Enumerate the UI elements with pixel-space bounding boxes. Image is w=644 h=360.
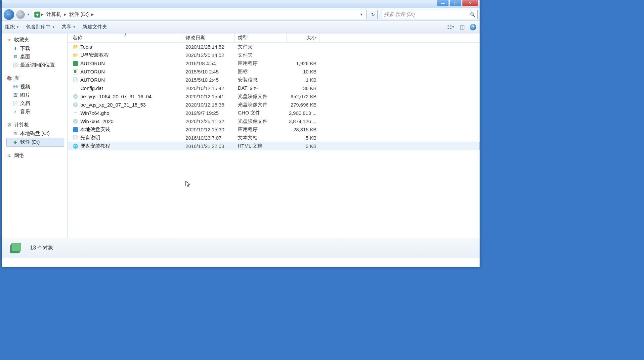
file-size-cell: 1 KB bbox=[287, 77, 320, 83]
drive-c-label: 本地磁盘 (C:) bbox=[20, 130, 50, 137]
dat-icon: ▭ bbox=[72, 85, 78, 91]
file-size-cell: 1,926 KB bbox=[287, 61, 320, 66]
sidebar-drive-d[interactable]: ◆软件 (D:) bbox=[6, 138, 64, 147]
file-date-cell: 2016/11/21 22:03 bbox=[182, 143, 235, 149]
file-row[interactable]: 🌐硬盘安装教程2016/11/21 22:03HTML 文档3 KB bbox=[68, 142, 480, 150]
column-header-type[interactable]: 类型 bbox=[235, 33, 287, 42]
file-name-cell: ▭Win7x64.gho bbox=[69, 110, 182, 116]
sidebar-libraries-group: 📚库 🎞视频 🖼图片 📄文档 ♪音乐 bbox=[2, 74, 67, 120]
minimize-button[interactable]: — bbox=[437, 0, 449, 6]
sidebar-drive-c[interactable]: ⛃本地磁盘 (C:) bbox=[6, 129, 64, 138]
file-name-label: pe_yqs_xp_20_07_31_15_53 bbox=[80, 102, 146, 108]
file-row[interactable]: 📁Tools2020/12/25 14:52文件夹 bbox=[68, 43, 480, 51]
network-icon: 🖧 bbox=[6, 153, 12, 158]
file-date-cell: 2016/1/8 4:54 bbox=[182, 61, 235, 66]
file-row[interactable]: AUTORUN2016/1/8 4:54应用程序1,926 KB bbox=[68, 59, 480, 68]
sidebar-computer[interactable]: 🖳计算机 bbox=[6, 120, 64, 129]
sidebar-favorites[interactable]: ★收藏夹 bbox=[6, 35, 64, 44]
downloads-label: 下载 bbox=[20, 45, 30, 52]
music-icon: ♪ bbox=[12, 109, 18, 114]
file-type-cell: 文本文档 bbox=[235, 135, 287, 141]
forward-button[interactable]: → bbox=[16, 10, 25, 19]
organize-menu[interactable]: 组织▼ bbox=[5, 24, 19, 30]
address-dropdown[interactable]: ▼ bbox=[358, 13, 365, 16]
file-date-cell: 2020/12/25 14:52 bbox=[182, 44, 235, 50]
file-row[interactable]: 📁U盘安装教程2020/12/25 14:52文件夹 bbox=[68, 51, 480, 59]
file-row[interactable]: 📄光盘说明2016/10/23 7:07文本文档5 KB bbox=[68, 134, 480, 142]
sidebar-desktop[interactable]: 🖥桌面 bbox=[6, 53, 64, 61]
file-size-cell: 3,874,126 ... bbox=[287, 118, 320, 124]
file-row[interactable]: ▭Config.dat2020/10/12 15:42DAT 文件36 KB bbox=[68, 84, 480, 92]
search-input[interactable]: 搜索 软件 (D:) 🔍 bbox=[382, 10, 478, 19]
file-row[interactable]: 本地硬盘安装2020/10/12 15:30应用程序28,315 KB bbox=[68, 125, 480, 134]
desktop-icon: 🖥 bbox=[12, 54, 18, 60]
chevron-down-icon: ▼ bbox=[16, 25, 19, 29]
include-library-menu[interactable]: 包含到库中▼ bbox=[26, 24, 55, 30]
sidebar-music[interactable]: ♪音乐 bbox=[6, 108, 64, 116]
chevron-down-icon: ▼ bbox=[73, 25, 76, 29]
file-name-label: Config.dat bbox=[80, 85, 103, 91]
view-mode-button[interactable]: ☷ ▼ bbox=[447, 24, 454, 30]
column-header-size[interactable]: 大小 bbox=[287, 33, 320, 42]
file-row[interactable]: 📄AUTORUN2015/5/10 2:45安装信息1 KB bbox=[68, 76, 480, 84]
breadcrumb-arrow[interactable]: ▶ bbox=[63, 13, 67, 16]
nav-history-dropdown[interactable]: ▼ bbox=[27, 13, 31, 16]
file-row[interactable]: AUTORUN2015/5/10 2:45图标10 KB bbox=[68, 68, 480, 76]
file-type-cell: GHO 文件 bbox=[235, 110, 287, 116]
column-header-name[interactable]: 名称▲ bbox=[69, 33, 182, 42]
txt-icon: 📄 bbox=[72, 135, 78, 141]
file-date-cell: 2020/12/25 11:32 bbox=[182, 118, 235, 124]
sidebar-documents[interactable]: 📄文档 bbox=[6, 99, 64, 108]
drive-d-label: 软件 (D:) bbox=[20, 139, 40, 145]
sidebar-recent[interactable]: 🕘最近访问的位置 bbox=[6, 61, 64, 69]
titlebar: — ▢ ✕ bbox=[2, 0, 480, 8]
col-name-label: 名称 bbox=[72, 35, 82, 41]
sidebar-libraries[interactable]: 📚库 bbox=[6, 74, 64, 83]
file-rows-container: 📁Tools2020/12/25 14:52文件夹📁U盘安装教程2020/12/… bbox=[68, 43, 480, 150]
file-row[interactable]: 💿pe_yqs_1064_20_07_31_16_042020/10/12 15… bbox=[68, 92, 480, 101]
refresh-button[interactable]: ↻ bbox=[368, 10, 378, 19]
music-label: 音乐 bbox=[20, 109, 30, 115]
favorites-label: 收藏夹 bbox=[14, 37, 29, 43]
file-pane: 名称▲ 修改日期 类型 大小 📁Tools2020/12/25 14:52文件夹… bbox=[68, 33, 480, 238]
preview-pane-button[interactable]: ◫ bbox=[458, 24, 466, 30]
column-header-date[interactable]: 修改日期 bbox=[182, 33, 235, 42]
sidebar-network[interactable]: 🖧网络 bbox=[6, 151, 64, 160]
breadcrumb-arrow[interactable]: ▶ bbox=[91, 13, 95, 16]
toolbar-right: ☷ ▼ ◫ ? bbox=[447, 24, 476, 30]
close-button[interactable]: ✕ bbox=[462, 0, 478, 6]
breadcrumb-computer[interactable]: 计算机 bbox=[44, 11, 63, 18]
breadcrumb-arrow[interactable]: ▶ bbox=[40, 13, 44, 16]
help-button[interactable]: ? bbox=[470, 24, 476, 30]
file-size-cell: 2,900,813 ... bbox=[287, 110, 320, 116]
file-name-label: U盘安装教程 bbox=[80, 52, 109, 58]
content-area: ★收藏夹 ⬇下载 🖥桌面 🕘最近访问的位置 📚库 🎞视频 🖼图片 📄文档 ♪音乐… bbox=[2, 33, 480, 238]
file-row[interactable]: ▭Win7x64.gho2019/9/7 19:25GHO 文件2,900,81… bbox=[68, 109, 480, 117]
share-label: 共享 bbox=[62, 24, 71, 30]
computer-icon: 🖳 bbox=[6, 122, 12, 128]
videos-label: 视频 bbox=[20, 84, 30, 90]
file-type-cell: 光盘映像文件 bbox=[235, 102, 287, 108]
file-type-cell: 文件夹 bbox=[235, 52, 287, 58]
file-name-cell: 🌐硬盘安装教程 bbox=[69, 143, 182, 149]
chevron-down-icon: ▼ bbox=[52, 25, 55, 29]
close-icon: ✕ bbox=[469, 1, 472, 6]
file-row[interactable]: 💿pe_yqs_xp_20_07_31_15_532020/10/12 15:3… bbox=[68, 101, 480, 109]
file-type-cell: 安装信息 bbox=[235, 77, 287, 83]
sidebar-downloads[interactable]: ⬇下载 bbox=[6, 44, 64, 53]
back-button[interactable]: ← bbox=[4, 9, 14, 20]
file-row[interactable]: 💿Win7x64_20202020/12/25 11:32光盘映像文件3,874… bbox=[68, 117, 480, 125]
drive-icon: ◆ bbox=[34, 12, 40, 18]
file-date-cell: 2020/10/12 15:36 bbox=[182, 102, 235, 108]
window-controls: — ▢ ✕ bbox=[437, 0, 480, 6]
file-type-cell: 图标 bbox=[235, 68, 287, 75]
drive-icon: ◆ bbox=[12, 140, 18, 145]
sidebar-videos[interactable]: 🎞视频 bbox=[6, 83, 64, 91]
address-bar[interactable]: ◆ ▶ 计算机 ▶ 软件 (D:) ▶ ▼ bbox=[33, 10, 366, 19]
maximize-button[interactable]: ▢ bbox=[450, 0, 461, 6]
sidebar-pictures[interactable]: 🖼图片 bbox=[6, 91, 64, 99]
breadcrumb-drive-d[interactable]: 软件 (D:) bbox=[67, 11, 91, 18]
new-folder-button[interactable]: 新建文件夹 bbox=[82, 24, 107, 30]
file-date-cell: 2015/5/10 2:45 bbox=[182, 69, 235, 74]
share-menu[interactable]: 共享▼ bbox=[62, 24, 76, 30]
